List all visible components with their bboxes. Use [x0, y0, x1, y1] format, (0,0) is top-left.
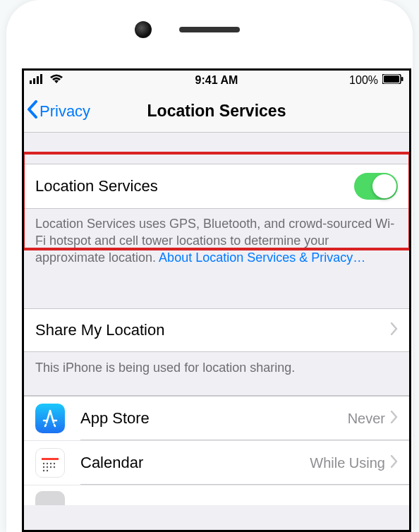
- svg-point-9: [47, 463, 48, 464]
- signal-icon: [30, 74, 45, 87]
- share-location-label: Share My Location: [35, 321, 164, 339]
- chevron-right-icon: [391, 454, 398, 472]
- svg-rect-0: [30, 80, 32, 84]
- location-services-label: Location Services: [35, 177, 158, 195]
- toggle-knob: [372, 174, 396, 198]
- svg-point-13: [47, 466, 48, 468]
- app-status: While Using: [310, 455, 385, 471]
- svg-point-8: [43, 463, 44, 464]
- svg-point-15: [54, 466, 55, 468]
- svg-point-16: [43, 470, 44, 471]
- phone-frame: 9:41 AM 100% Privacy Location Services L…: [6, 0, 413, 532]
- placeholder-icon: [35, 491, 65, 505]
- svg-rect-3: [40, 74, 42, 84]
- page-title: Location Services: [147, 102, 286, 121]
- svg-point-14: [50, 466, 51, 468]
- appstore-icon: [35, 404, 65, 433]
- back-label: Privacy: [40, 102, 90, 121]
- status-bar: 9:41 AM 100%: [24, 71, 409, 90]
- speaker-grille: [179, 27, 240, 32]
- app-row-appstore[interactable]: App Store Never: [24, 396, 409, 441]
- apps-section: App Store Never: [24, 395, 409, 505]
- about-privacy-link[interactable]: About Location Services & Privacy…: [159, 250, 365, 265]
- svg-rect-7: [42, 458, 59, 460]
- svg-point-11: [54, 463, 55, 464]
- chevron-left-icon: [27, 100, 38, 123]
- svg-rect-5: [384, 75, 399, 83]
- share-location-row[interactable]: Share My Location: [24, 308, 409, 352]
- app-status: Never: [348, 411, 385, 427]
- nav-bar: Privacy Location Services: [24, 90, 409, 133]
- battery-icon: [382, 74, 403, 87]
- share-location-footer: This iPhone is being used for location s…: [24, 352, 409, 395]
- svg-point-10: [50, 463, 51, 464]
- svg-point-12: [43, 466, 44, 468]
- battery-percent: 100%: [349, 74, 378, 87]
- app-row-calendar[interactable]: Calendar While Using: [24, 441, 409, 485]
- wifi-icon: [49, 74, 63, 87]
- calendar-icon: [35, 448, 65, 478]
- back-button[interactable]: Privacy: [24, 100, 90, 123]
- svg-rect-1: [33, 78, 35, 84]
- location-services-toggle[interactable]: [354, 173, 398, 200]
- app-name: App Store: [80, 409, 348, 428]
- chevron-right-icon: [391, 409, 398, 428]
- svg-point-17: [47, 470, 48, 471]
- svg-rect-2: [37, 76, 39, 84]
- chevron-right-icon: [391, 321, 398, 339]
- screen: 9:41 AM 100% Privacy Location Services L…: [22, 68, 411, 532]
- svg-rect-6: [401, 77, 403, 81]
- app-name: Calendar: [80, 454, 310, 472]
- front-camera: [135, 21, 152, 38]
- status-time: 9:41 AM: [195, 74, 238, 87]
- app-row-placeholder[interactable]: [24, 485, 409, 505]
- location-services-description: Location Services uses GPS, Bluetooth, a…: [24, 209, 409, 280]
- location-services-row: Location Services: [24, 164, 409, 209]
